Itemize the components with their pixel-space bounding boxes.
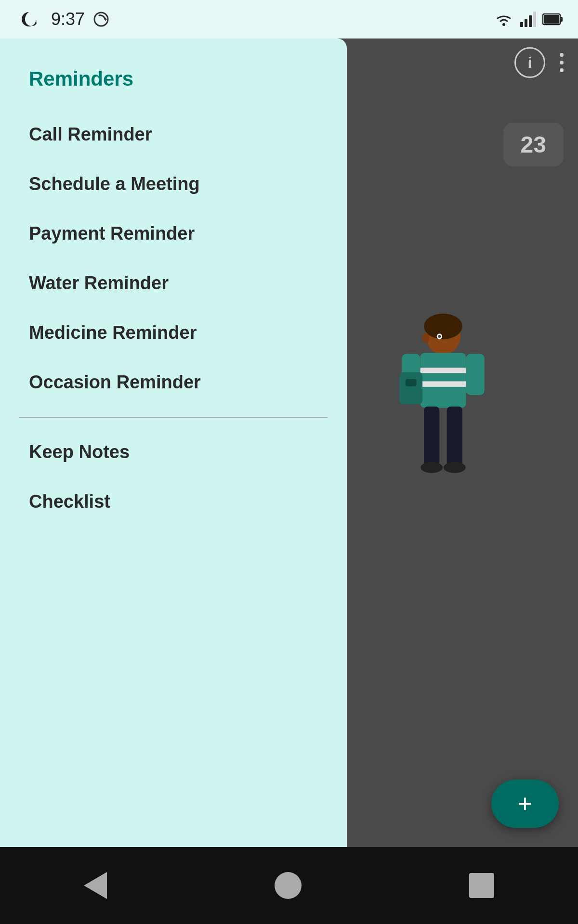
svg-point-22 — [444, 462, 466, 473]
fab-add-button[interactable]: + — [491, 780, 559, 828]
svg-rect-8 — [560, 17, 563, 22]
sidebar-item-occasion-reminder[interactable]: Occasion Reminder — [0, 358, 347, 407]
dot-1 — [560, 53, 564, 57]
svg-rect-12 — [420, 353, 466, 408]
svg-point-21 — [420, 462, 443, 473]
svg-rect-9 — [544, 15, 559, 24]
navigation-drawer: Reminders Call Reminder Schedule a Meeti… — [0, 38, 347, 886]
screen-rotation-icon — [92, 11, 110, 28]
svg-rect-5 — [529, 15, 532, 27]
wifi-icon — [494, 12, 513, 27]
svg-rect-17 — [400, 372, 423, 404]
back-button[interactable] — [84, 872, 107, 899]
dot-2 — [560, 61, 564, 64]
svg-rect-19 — [424, 407, 439, 466]
svg-point-25 — [422, 333, 429, 342]
svg-rect-3 — [520, 22, 523, 27]
fab-plus-icon: + — [518, 791, 532, 816]
character-illustration — [308, 279, 578, 529]
bottom-navigation-bar — [0, 847, 578, 924]
svg-point-2 — [502, 23, 505, 26]
recents-button[interactable] — [469, 873, 494, 898]
info-button[interactable]: i — [514, 47, 545, 78]
drawer-divider — [19, 417, 328, 418]
sidebar-item-checklist[interactable]: Checklist — [0, 477, 347, 526]
recents-icon — [469, 873, 494, 898]
battery-icon — [542, 12, 564, 26]
sidebar-item-medicine-reminder[interactable]: Medicine Reminder — [0, 308, 347, 358]
sidebar-item-payment-reminder[interactable]: Payment Reminder — [0, 209, 347, 258]
sidebar-item-call-reminder[interactable]: Call Reminder — [0, 110, 347, 159]
status-bar-left: 9:37 — [14, 5, 110, 34]
signal-icon — [519, 11, 537, 28]
sidebar-item-schedule-meeting[interactable]: Schedule a Meeting — [0, 159, 347, 209]
svg-rect-4 — [525, 19, 527, 27]
back-icon — [84, 872, 107, 899]
more-options-button[interactable] — [560, 53, 564, 72]
status-time: 9:37 — [51, 9, 85, 29]
svg-rect-16 — [466, 354, 485, 395]
sidebar-item-keep-notes[interactable]: Keep Notes — [0, 427, 347, 477]
svg-rect-18 — [406, 379, 417, 386]
moon-icon — [14, 5, 43, 34]
svg-point-11 — [424, 313, 462, 339]
svg-rect-20 — [447, 407, 462, 466]
status-bar-right — [494, 11, 564, 28]
svg-rect-14 — [420, 381, 466, 386]
home-button[interactable] — [275, 872, 302, 899]
dot-3 — [560, 68, 564, 72]
svg-rect-6 — [533, 12, 536, 27]
svg-point-24 — [438, 335, 441, 338]
drawer-title: Reminders — [0, 58, 347, 110]
sidebar-item-water-reminder[interactable]: Water Reminder — [0, 258, 347, 308]
status-bar: 9:37 — [0, 0, 578, 38]
date-badge: 23 — [503, 123, 564, 167]
svg-marker-1 — [105, 17, 107, 21]
svg-rect-13 — [420, 368, 466, 373]
home-icon — [275, 872, 302, 899]
